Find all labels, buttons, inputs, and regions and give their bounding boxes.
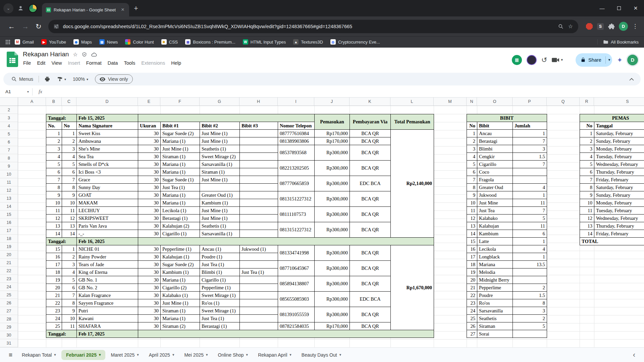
cell[interactable] bbox=[240, 215, 278, 222]
cell[interactable]: 10 bbox=[62, 199, 77, 207]
amount-cell[interactable]: Rp300,000 bbox=[315, 161, 350, 176]
row-header-5[interactable]: 5 bbox=[0, 130, 18, 138]
cell[interactable] bbox=[240, 299, 278, 307]
cell[interactable]: 11 bbox=[580, 207, 594, 215]
cell[interactable] bbox=[240, 230, 278, 238]
cell[interactable]: 1 bbox=[513, 253, 547, 261]
cell[interactable]: Saturday, February bbox=[594, 184, 644, 191]
bibit-title-cell[interactable]: BIBIT bbox=[467, 114, 547, 122]
payment-via-cell[interactable]: BCA QR bbox=[350, 222, 391, 238]
tanggal-date-cell[interactable]: Feb 17, 2025 bbox=[77, 330, 138, 338]
cell[interactable]: 3 bbox=[580, 145, 594, 153]
cell[interactable]: Just Tea bbox=[477, 207, 513, 215]
cell[interactable]: 13 bbox=[467, 222, 477, 230]
cell[interactable]: Sayyen Fragrance bbox=[77, 299, 138, 307]
payment-via-cell[interactable]: BCA QR bbox=[350, 145, 391, 161]
cell[interactable]: 10 bbox=[467, 199, 477, 207]
cell[interactable]: Ro'os bbox=[477, 299, 513, 307]
row-header-9[interactable]: 9 bbox=[0, 162, 18, 170]
cell[interactable]: Just Mine (1) bbox=[200, 137, 240, 145]
cell[interactable]: 13 bbox=[62, 222, 77, 230]
cell[interactable]: 24 bbox=[467, 307, 477, 315]
cell[interactable]: 1.5 bbox=[513, 292, 547, 299]
phone-cell[interactable]: 082213202505 bbox=[278, 161, 315, 176]
cell[interactable]: MAKAM bbox=[77, 199, 138, 207]
amount-cell[interactable]: Rp300,000 bbox=[315, 307, 350, 322]
cell[interactable]: 5 bbox=[46, 161, 62, 168]
cell[interactable]: GOAT bbox=[77, 191, 138, 199]
tab-scroll-left-icon[interactable]: ‹ bbox=[633, 351, 640, 359]
cell[interactable]: 7 bbox=[580, 176, 594, 184]
row-header-23[interactable]: 23 bbox=[0, 275, 18, 283]
total-label-cell[interactable]: TOTAL bbox=[580, 238, 644, 245]
cell[interactable]: 7 bbox=[46, 176, 62, 184]
cell[interactable]: GB No. 1 bbox=[77, 276, 138, 284]
cell[interactable]: Sarsavanilla (1) bbox=[200, 161, 240, 168]
cell[interactable]: 7 bbox=[513, 207, 547, 215]
row-header-29[interactable]: 29 bbox=[0, 323, 18, 331]
cell[interactable]: Friday, February bbox=[594, 230, 644, 238]
row-header-25[interactable]: 25 bbox=[0, 291, 18, 299]
cell[interactable] bbox=[240, 137, 278, 145]
payment-via-cell[interactable]: EDC BCA bbox=[350, 292, 391, 307]
cell[interactable]: Kalabako bbox=[477, 215, 513, 222]
cell[interactable]: 8 bbox=[46, 184, 62, 191]
cell[interactable]: Paris Van Java bbox=[77, 222, 138, 230]
column-header-cell[interactable]: Total Pemasukan bbox=[391, 114, 434, 130]
cell[interactable]: 8 bbox=[580, 184, 594, 191]
cell[interactable]: Tuesday, February bbox=[594, 207, 644, 215]
cell[interactable] bbox=[513, 168, 547, 176]
cell[interactable] bbox=[138, 114, 315, 122]
cell[interactable]: 30 bbox=[138, 276, 161, 284]
cell[interactable]: 30 bbox=[138, 299, 161, 307]
row-header-20[interactable]: 20 bbox=[0, 251, 18, 259]
cell[interactable]: 2 bbox=[513, 315, 547, 322]
cell[interactable] bbox=[200, 184, 240, 191]
cell[interactable] bbox=[138, 238, 434, 245]
cell[interactable]: 4 bbox=[62, 153, 77, 161]
cell[interactable] bbox=[240, 276, 278, 284]
cell[interactable]: Tuesday, February bbox=[594, 153, 644, 161]
cell[interactable]: Grace bbox=[77, 176, 138, 184]
cell[interactable]: 11 bbox=[513, 199, 547, 207]
cell[interactable]: 3 bbox=[62, 145, 77, 153]
url-bar[interactable]: docs.google.com/spreadsheets/d/1L02_Rse3… bbox=[48, 20, 578, 33]
menu-help[interactable]: Help bbox=[168, 59, 184, 67]
cell[interactable]: Seathetis bbox=[477, 315, 513, 322]
cell[interactable]: 24 bbox=[46, 315, 62, 322]
cell[interactable] bbox=[240, 292, 278, 299]
amount-cell[interactable]: Rp170,000 bbox=[315, 130, 350, 137]
cell[interactable]: 1 bbox=[62, 245, 77, 253]
menu-data[interactable]: Data bbox=[105, 59, 121, 67]
close-button[interactable]: × bbox=[627, 0, 644, 16]
cell[interactable]: 13.5 bbox=[513, 261, 547, 268]
menu-view[interactable]: View bbox=[48, 59, 65, 67]
payment-via-cell[interactable]: EDC BCA bbox=[350, 176, 391, 191]
spreadsheet-grid[interactable]: ABCDEFGHIJKLMNOPQRS 23456789101112131415… bbox=[0, 98, 644, 347]
amount-cell[interactable]: Rp300,000 bbox=[315, 276, 350, 292]
cell[interactable] bbox=[240, 315, 278, 322]
row-header-22[interactable]: 22 bbox=[0, 267, 18, 275]
row-header-31[interactable]: 31 bbox=[0, 339, 18, 347]
cell[interactable]: 5 bbox=[513, 322, 547, 330]
cell[interactable]: Kalahujan (2) bbox=[161, 222, 200, 230]
cell[interactable]: 25 bbox=[467, 315, 477, 322]
cell[interactable]: 30 bbox=[138, 145, 161, 153]
cell[interactable]: Greater Oud (1) bbox=[200, 191, 240, 199]
amount-cell[interactable]: Rp170,000 bbox=[315, 322, 350, 330]
cell[interactable]: 4 bbox=[513, 184, 547, 191]
cell[interactable]: 18 bbox=[46, 268, 62, 276]
cell[interactable]: 30 bbox=[138, 307, 161, 315]
row-header-27[interactable]: 27 bbox=[0, 307, 18, 315]
payment-via-cell[interactable]: BCA QR bbox=[350, 130, 391, 137]
amount-cell[interactable]: Rp300,000 bbox=[315, 145, 350, 161]
column-header-H[interactable]: H bbox=[239, 98, 278, 106]
row-header-24[interactable]: 24 bbox=[0, 283, 18, 291]
row-header-7[interactable]: 7 bbox=[0, 146, 18, 154]
cell[interactable]: Rainy Powder bbox=[77, 253, 138, 261]
cell[interactable]: Just Mine (1) bbox=[200, 215, 240, 222]
cell[interactable]: Mariana (1) bbox=[161, 161, 200, 168]
cell[interactable]: 30 bbox=[138, 161, 161, 168]
cell[interactable]: Mariana (1) bbox=[161, 168, 200, 176]
cell[interactable]: Siraman (1) bbox=[200, 168, 240, 176]
